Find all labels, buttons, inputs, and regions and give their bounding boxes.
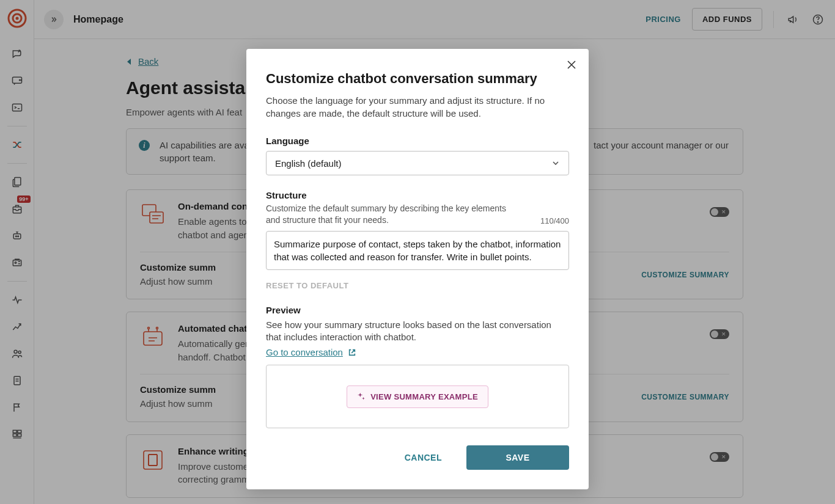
external-link-icon (348, 348, 356, 357)
customize-summary-modal: Customize chatbot conversation summary C… (246, 49, 589, 489)
chevron-down-icon (551, 159, 560, 167)
save-button[interactable]: SAVE (466, 445, 569, 470)
cancel-button[interactable]: CANCEL (380, 445, 466, 470)
language-select[interactable]: English (default) (266, 151, 569, 175)
goto-link-label: Go to conversation (266, 347, 343, 357)
structure-textarea[interactable] (266, 231, 569, 270)
sparkle-icon (357, 392, 366, 401)
language-label: Language (266, 136, 569, 146)
modal-intro: Choose the language for your summary and… (266, 94, 569, 120)
modal-actions: CANCEL SAVE (266, 445, 569, 470)
structure-help: Customize the default summary by describ… (266, 203, 523, 226)
modal-title: Customize chatbot conversation summary (266, 71, 569, 87)
view-example-label: VIEW SUMMARY EXAMPLE (370, 392, 478, 401)
preview-help: See how your summary structure looks bas… (266, 319, 569, 344)
char-counter: 110/400 (540, 216, 569, 225)
preview-label: Preview (266, 305, 569, 315)
structure-label: Structure (266, 190, 569, 200)
preview-box: VIEW SUMMARY EXAMPLE (266, 365, 569, 428)
view-summary-example-button[interactable]: VIEW SUMMARY EXAMPLE (347, 385, 488, 408)
go-to-conversation-link[interactable]: Go to conversation (266, 347, 356, 357)
close-icon[interactable] (564, 57, 579, 72)
reset-to-default-button[interactable]: RESET TO DEFAULT (266, 281, 348, 290)
language-value: English (default) (275, 158, 341, 169)
